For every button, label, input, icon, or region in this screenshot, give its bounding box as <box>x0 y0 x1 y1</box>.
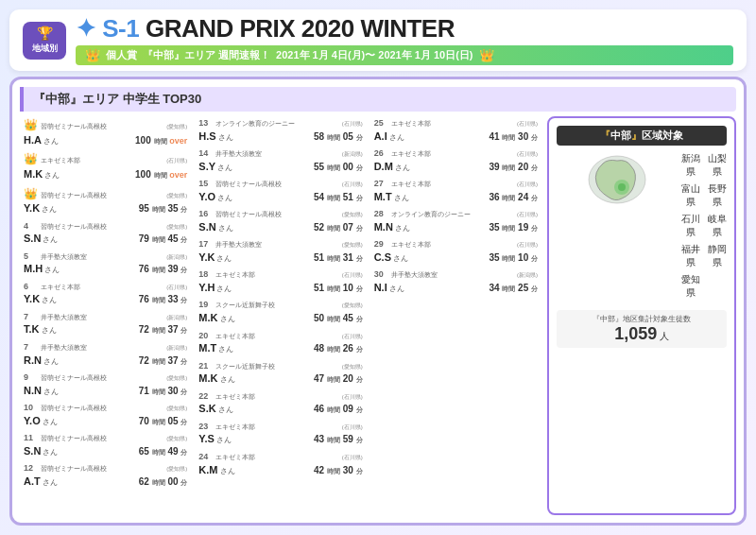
rank-number-or-crown: 13 <box>198 118 214 129</box>
san-suffix: さん <box>216 254 232 264</box>
san-suffix: さん <box>394 194 409 203</box>
rank-item: 12習萌ゼミナール高根校(愛知県)A.Tさん62 時間 00 分 <box>20 461 191 490</box>
time-value: 51 時間 31 分 <box>314 251 363 264</box>
time-value: 79 時間 45 分 <box>139 233 188 245</box>
school-name: 習萌ゼミナール高根校 <box>41 434 107 442</box>
student-name: C.S <box>374 250 391 264</box>
time-value: 39 時間 20 分 <box>489 161 538 173</box>
school-name: エキゼミ本部 <box>41 283 80 291</box>
rank-number-or-crown: 22 <box>198 391 214 403</box>
rank-number-or-crown: 28 <box>374 209 389 220</box>
pref-shizuoka: 静岡県 <box>708 242 727 270</box>
student-name: Y.K <box>24 292 40 305</box>
school-name: エキゼミ本部 <box>215 423 255 431</box>
san-suffix: さん <box>218 406 233 415</box>
school-name: 井手塾大須教室 <box>41 343 87 352</box>
rank-item: 13オンライン教育のジーニー(石川県)H.Sさん58 時間 05 分 <box>195 116 366 145</box>
subtitle-label: 個人賞 <box>106 48 137 62</box>
student-name: Y.K <box>24 201 40 215</box>
prefecture-badge: (新潟県) <box>166 345 187 353</box>
rank-number-or-crown: 30 <box>374 269 389 281</box>
rank-number-or-crown: 👑 <box>24 187 39 202</box>
rank-number-or-crown: 6 <box>24 282 39 293</box>
map-image <box>557 151 678 208</box>
prefecture-grid: 新潟県 山梨県 富山県 長野県 石川県 岐阜県 福井県 静岡県 愛知県 <box>681 151 727 301</box>
school-name: 習萌ゼミナール高根校 <box>41 191 107 199</box>
prefecture-badge: (愛知県) <box>342 242 363 250</box>
student-name: S.K <box>198 402 215 415</box>
prefecture-badge: (石川県) <box>517 242 538 250</box>
san-suffix: さん <box>389 285 404 294</box>
time-value: 70 時間 05 分 <box>139 415 188 427</box>
prefecture-badge: (石川県) <box>517 181 538 189</box>
rank-item: 20エキゼミ本部(石川県)M.Tさん48 時間 26 分 <box>195 329 366 357</box>
san-suffix: さん <box>43 478 58 488</box>
prefecture-badge: (石川県) <box>342 272 363 280</box>
san-suffix: さん <box>393 254 408 264</box>
school-name: 井手塾大須教室 <box>215 240 262 249</box>
prefecture-badge: (愛知県) <box>342 364 363 371</box>
student-name: S.N <box>24 232 41 245</box>
san-suffix: さん <box>216 436 232 445</box>
badge-label: 地域別 <box>32 43 58 55</box>
rank-number-or-crown: 27 <box>374 179 389 190</box>
rank-number-or-crown: 👑 <box>24 152 39 167</box>
san-suffix: さん <box>220 467 235 476</box>
prefecture-badge: (石川県) <box>342 334 363 341</box>
rank-item: 16習萌ゼミナール高根校(愛知県)S.Nさん52 時間 07 分 <box>195 207 366 235</box>
pref-toyama: 富山県 <box>681 181 700 210</box>
time-value: 62 時間 00 分 <box>139 475 188 488</box>
student-name: M.T <box>374 190 392 203</box>
school-name: スクール近新舞子校 <box>215 362 275 371</box>
rank-number-or-crown: 9 <box>24 372 39 384</box>
crown-left-icon: 👑 <box>85 48 100 62</box>
prefecture-badge: (石川県) <box>517 212 538 219</box>
san-suffix: さん <box>43 357 59 367</box>
prefecture-badge: (新潟県) <box>517 272 538 280</box>
school-name: エキゼミ本部 <box>391 180 431 188</box>
san-suffix: さん <box>43 388 59 397</box>
rank-item: 17井手塾大須教室(愛知県)Y.Kさん51 時間 31 分 <box>195 237 366 266</box>
school-name: エキゼミ本部 <box>215 453 255 461</box>
school-name: エキゼミ本部 <box>215 332 255 340</box>
student-name: S.N <box>198 220 215 233</box>
rankings-area: 👑習萌ゼミナール高根校(愛知県)H.Aさん100 時間 over👑エキゼミ本部(… <box>20 116 541 515</box>
rank-number-or-crown: 7 <box>24 342 39 354</box>
rank-number-or-crown: 5 <box>24 251 39 263</box>
rank-col-1: 👑習萌ゼミナール高根校(愛知県)H.Aさん100 時間 over👑エキゼミ本部(… <box>20 116 191 515</box>
time-value: 71 時間 30 分 <box>139 385 188 397</box>
time-value: 65 時間 49 分 <box>139 445 188 457</box>
student-name: M.H <box>24 262 43 275</box>
rank-item: 25エキゼミ本部(石川県)A.Iさん41 時間 30 分 <box>370 116 541 145</box>
student-name: N.N <box>24 384 42 397</box>
rank-item: 22エキゼミ本部(石川県)S.Kさん46 時間 09 分 <box>195 389 366 418</box>
time-value: 43 時間 59 分 <box>314 433 363 445</box>
pref-gifu: 岐阜県 <box>708 212 727 240</box>
student-name: H.A <box>24 133 42 147</box>
rank-number-or-crown: 18 <box>198 269 214 281</box>
pref-yamanashi: 山梨県 <box>708 151 727 180</box>
time-value: 41 時間 30 分 <box>489 130 538 143</box>
student-count: 1,059 人 <box>562 324 721 344</box>
rank-item: 7井手塾大須教室(新潟県)R.Nさん72 時間 37 分 <box>20 340 191 369</box>
san-suffix: さん <box>216 285 232 294</box>
school-name: エキゼミ本部 <box>391 149 431 158</box>
prefecture-badge: (石川県) <box>166 158 187 165</box>
student-name: R.N <box>24 354 42 367</box>
rank-number-or-crown: 4 <box>24 221 39 233</box>
rank-item: 26エキゼミ本部(石川県)D.Mさん39 時間 20 分 <box>370 147 541 175</box>
header: 地域別 ✦ S-1 GRAND PRIX 2020 WINTER 👑 個人賞 『… <box>9 9 747 71</box>
school-name: 習萌ゼミナール高根校 <box>215 180 282 188</box>
time-value: 35 時間 19 分 <box>489 221 538 233</box>
school-name: 習萌ゼミナール高根校 <box>41 373 107 382</box>
prefecture-badge: (愛知県) <box>166 193 187 200</box>
rank-number-or-crown: 10 <box>24 403 39 414</box>
area-label: 『中部』エリア 週間速報！ <box>143 48 270 62</box>
student-name: A.T <box>24 475 41 488</box>
student-name: D.M <box>374 160 393 173</box>
rank-number-or-crown: 24 <box>198 452 214 463</box>
rank-item: 4習萌ゼミナール高根校(愛知県)S.Nさん79 時間 45 分 <box>20 219 191 248</box>
san-suffix: さん <box>42 326 57 336</box>
rank-item: 23エキゼミ本部(石川県)Y.Sさん43 時間 59 分 <box>195 420 366 448</box>
rank-number-or-crown: 12 <box>24 463 39 475</box>
